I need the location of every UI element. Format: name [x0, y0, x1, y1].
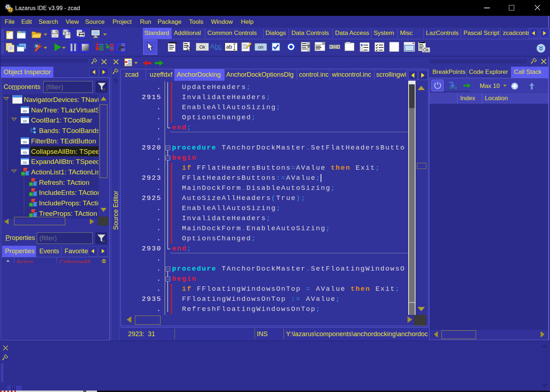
svg-text:ab: ab: [226, 44, 232, 50]
svg-text:Ok: Ok: [199, 44, 206, 50]
svg-text:on: on: [258, 44, 263, 50]
svg-text:Ok: Ok: [423, 48, 429, 53]
svg-text:Abc: Abc: [210, 43, 222, 50]
